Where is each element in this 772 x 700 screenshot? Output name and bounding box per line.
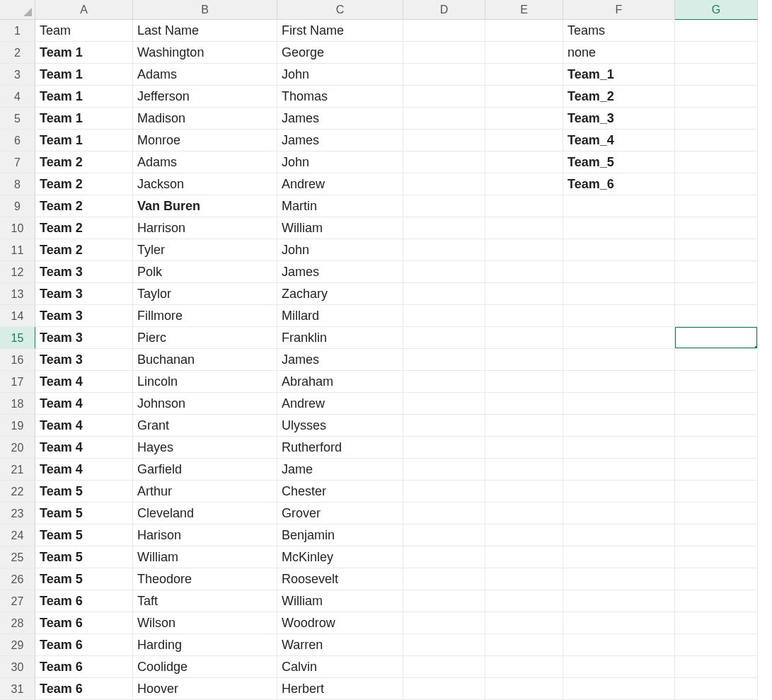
cell-C9[interactable]: Martin	[277, 195, 403, 217]
cell-F16[interactable]	[563, 349, 675, 371]
cell-G18[interactable]	[675, 393, 758, 415]
cell-F3[interactable]: Team_1	[563, 64, 675, 86]
row-header-28[interactable]: 28	[0, 612, 35, 634]
row-header-23[interactable]: 23	[0, 503, 35, 524]
cell-G31[interactable]	[675, 678, 758, 700]
cell-F7[interactable]: Team_5	[563, 151, 675, 173]
row-header-1[interactable]: 1	[0, 20, 35, 42]
cell-B8[interactable]: Jackson	[133, 173, 277, 195]
cell-C2[interactable]: George	[277, 42, 403, 64]
cell-E21[interactable]	[485, 459, 563, 481]
cell-E26[interactable]	[485, 568, 563, 590]
cell-F15[interactable]	[563, 327, 675, 349]
cell-C21[interactable]: Jame	[277, 459, 403, 481]
cell-A24[interactable]: Team 5	[35, 524, 133, 546]
cell-F18[interactable]	[563, 393, 675, 415]
cell-A14[interactable]: Team 3	[35, 305, 133, 327]
cell-E20[interactable]	[485, 437, 563, 459]
cell-A2[interactable]: Team 1	[35, 42, 133, 64]
cell-C30[interactable]: Calvin	[277, 656, 403, 678]
cell-G21[interactable]	[675, 459, 758, 481]
row-header-12[interactable]: 12	[0, 261, 35, 283]
cell-B4[interactable]: Jefferson	[133, 86, 277, 108]
cell-A22[interactable]: Team 5	[35, 481, 133, 503]
cell-A21[interactable]: Team 4	[35, 459, 133, 481]
cell-C20[interactable]: Rutherford	[277, 437, 403, 459]
cell-E23[interactable]	[485, 503, 563, 524]
row-header-8[interactable]: 8	[0, 173, 35, 195]
cell-E7[interactable]	[485, 151, 563, 173]
cell-F6[interactable]: Team_4	[563, 130, 675, 151]
row-header-29[interactable]: 29	[0, 634, 35, 656]
cell-F21[interactable]	[563, 459, 675, 481]
cell-F26[interactable]	[563, 568, 675, 590]
cell-E2[interactable]	[485, 42, 563, 64]
row-header-31[interactable]: 31	[0, 678, 35, 700]
cell-E9[interactable]	[485, 195, 563, 217]
row-header-17[interactable]: 17	[0, 371, 35, 393]
cell-C31[interactable]: Herbert	[277, 678, 403, 700]
cell-A26[interactable]: Team 5	[35, 568, 133, 590]
cell-B11[interactable]: Tyler	[133, 239, 277, 261]
cell-B26[interactable]: Theodore	[133, 568, 277, 590]
cell-A27[interactable]: Team 6	[35, 590, 133, 612]
row-header-27[interactable]: 27	[0, 590, 35, 612]
cell-D22[interactable]	[403, 481, 485, 503]
row-header-7[interactable]: 7	[0, 151, 35, 173]
row-header-6[interactable]: 6	[0, 130, 35, 151]
cell-C7[interactable]: John	[277, 151, 403, 173]
cell-D16[interactable]	[403, 349, 485, 371]
cell-B6[interactable]: Monroe	[133, 130, 277, 151]
cell-F27[interactable]	[563, 590, 675, 612]
cell-D1[interactable]	[403, 20, 485, 42]
cell-A16[interactable]: Team 3	[35, 349, 133, 371]
cell-C12[interactable]: James	[277, 261, 403, 283]
cell-G5[interactable]	[675, 108, 758, 130]
cell-C1[interactable]: First Name	[277, 20, 403, 42]
cell-A9[interactable]: Team 2	[35, 195, 133, 217]
cell-A12[interactable]: Team 3	[35, 261, 133, 283]
cell-C15[interactable]: Franklin	[277, 327, 403, 349]
cell-F24[interactable]	[563, 524, 675, 546]
row-header-20[interactable]: 20	[0, 437, 35, 459]
cell-B20[interactable]: Hayes	[133, 437, 277, 459]
cell-F9[interactable]	[563, 195, 675, 217]
row-header-14[interactable]: 14	[0, 305, 35, 327]
cell-C26[interactable]: Roosevelt	[277, 568, 403, 590]
cell-G17[interactable]	[675, 371, 758, 393]
cell-G26[interactable]	[675, 568, 758, 590]
cell-G25[interactable]	[675, 546, 758, 568]
cell-A19[interactable]: Team 4	[35, 415, 133, 437]
cell-D8[interactable]	[403, 173, 485, 195]
cell-B14[interactable]: Fillmore	[133, 305, 277, 327]
cell-D3[interactable]	[403, 64, 485, 86]
row-header-24[interactable]: 24	[0, 524, 35, 546]
cell-E3[interactable]	[485, 64, 563, 86]
cell-A3[interactable]: Team 1	[35, 64, 133, 86]
cell-B10[interactable]: Harrison	[133, 217, 277, 239]
cell-G14[interactable]	[675, 305, 758, 327]
cell-E1[interactable]	[485, 20, 563, 42]
cell-B29[interactable]: Harding	[133, 634, 277, 656]
cell-E31[interactable]	[485, 678, 563, 700]
row-header-21[interactable]: 21	[0, 459, 35, 481]
cell-E11[interactable]	[485, 239, 563, 261]
cell-A5[interactable]: Team 1	[35, 108, 133, 130]
cell-B15[interactable]: Pierc	[133, 327, 277, 349]
row-header-18[interactable]: 18	[0, 393, 35, 415]
cell-C14[interactable]: Millard	[277, 305, 403, 327]
cell-C3[interactable]: John	[277, 64, 403, 86]
cell-F29[interactable]	[563, 634, 675, 656]
row-header-22[interactable]: 22	[0, 481, 35, 503]
cell-F1[interactable]: Teams	[563, 20, 675, 42]
row-header-3[interactable]: 3	[0, 64, 35, 86]
cell-D20[interactable]	[403, 437, 485, 459]
column-header-E[interactable]: E	[485, 0, 563, 20]
cell-E5[interactable]	[485, 108, 563, 130]
cell-F8[interactable]: Team_6	[563, 173, 675, 195]
cell-G1[interactable]	[675, 20, 758, 42]
cell-F13[interactable]	[563, 283, 675, 305]
cell-C18[interactable]: Andrew	[277, 393, 403, 415]
cell-E10[interactable]	[485, 217, 563, 239]
cell-A31[interactable]: Team 6	[35, 678, 133, 700]
